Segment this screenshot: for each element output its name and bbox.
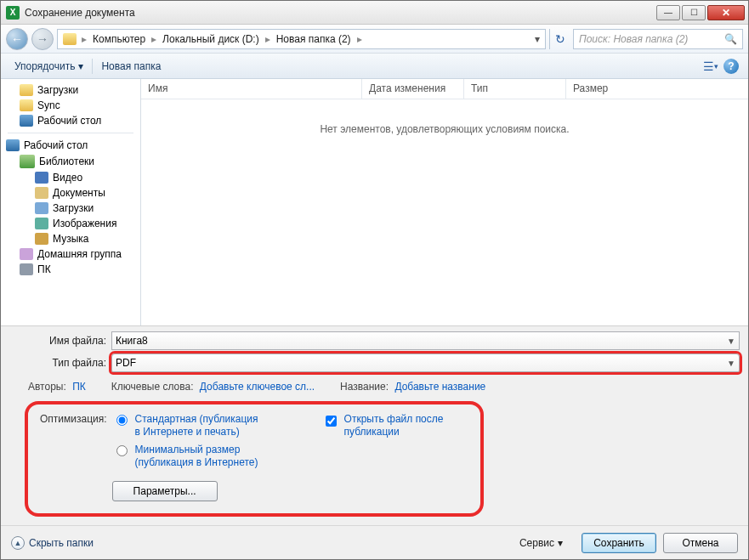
pc-icon: [20, 263, 33, 275]
save-form: Имя файла: Книга8 ▼ Тип файла: PDF ▼ Авт…: [1, 326, 748, 525]
chevron-down-icon[interactable]: ▼: [727, 359, 735, 368]
keywords-field[interactable]: Ключевые слова: Добавьте ключевое сл...: [111, 381, 315, 393]
tree-video[interactable]: Видео: [1, 170, 140, 185]
save-dialog: X Сохранение документа — ☐ ✕ ← → ▸ Компь…: [0, 0, 749, 560]
doc-title-add[interactable]: Добавьте название: [394, 381, 485, 393]
column-headers: Имя Дата изменения Тип Размер: [141, 79, 748, 99]
tree-fav-desktop[interactable]: Рабочий стол: [1, 113, 140, 128]
forward-button[interactable]: →: [31, 28, 54, 50]
navbar: ← → ▸ Компьютер ▸ Локальный диск (D:) ▸ …: [1, 25, 748, 54]
filename-value: Книга8: [116, 335, 148, 347]
chevron-down-icon: ▾: [78, 60, 83, 72]
radio-minimum[interactable]: [116, 445, 128, 456]
new-folder-button[interactable]: Новая папка: [94, 58, 167, 75]
opt-minimum-radio[interactable]: Минимальный размер (публикация в Интерне…: [112, 444, 263, 469]
toolbar: Упорядочить ▾ Новая папка ☰ ▾ ?: [1, 54, 748, 79]
filetype-select[interactable]: PDF ▼: [111, 354, 740, 372]
music-icon: [35, 233, 48, 245]
optimize-label: Оптимизация:: [40, 413, 112, 501]
tree-pictures[interactable]: Изображения: [1, 216, 140, 231]
close-button[interactable]: ✕: [707, 5, 745, 20]
minimize-button[interactable]: —: [656, 5, 680, 20]
crumb-computer[interactable]: Компьютер: [88, 33, 150, 45]
search-input[interactable]: Поиск: Новая папка (2) 🔍: [573, 29, 743, 49]
pictures-icon: [35, 218, 48, 229]
tree-downloads[interactable]: Загрузки: [1, 201, 140, 216]
titlebar: X Сохранение документа — ☐ ✕: [1, 1, 748, 25]
options-button[interactable]: Параметры...: [112, 481, 218, 501]
dropdown-icon[interactable]: ▾: [531, 33, 543, 45]
body: Загрузки Sync Рабочий стол Рабочий стол …: [1, 79, 748, 326]
folder-icon: [20, 84, 33, 96]
maximize-button[interactable]: ☐: [682, 5, 706, 20]
folder-icon: [63, 33, 77, 45]
tree-homegroup[interactable]: Домашняя группа: [1, 246, 140, 262]
empty-message: Нет элементов, удовлетворяющих условиям …: [141, 99, 748, 325]
radio-standard[interactable]: [116, 415, 128, 426]
documents-icon: [35, 187, 48, 199]
crumb-folder[interactable]: Новая папка (2): [272, 33, 355, 45]
filename-input[interactable]: Книга8 ▼: [111, 331, 740, 350]
save-button[interactable]: Сохранить: [582, 533, 656, 553]
opt-standard-text: Стандартная (публикация в Интернете и пе…: [135, 413, 263, 438]
nav-tree[interactable]: Загрузки Sync Рабочий стол Рабочий стол …: [1, 79, 141, 325]
col-name[interactable]: Имя: [141, 79, 362, 99]
view-mode-button[interactable]: ☰ ▾: [701, 57, 721, 76]
desktop-icon: [20, 115, 33, 127]
tree-libraries[interactable]: Библиотеки: [1, 153, 140, 170]
file-list: Имя Дата изменения Тип Размер Нет элемен…: [141, 79, 748, 325]
tree-desktop[interactable]: Рабочий стол: [1, 138, 140, 153]
libraries-icon: [20, 155, 35, 168]
opt-minimum-text: Минимальный размер (публикация в Интерне…: [135, 444, 263, 469]
search-icon: 🔍: [724, 33, 737, 45]
tree-pc[interactable]: ПК: [1, 262, 140, 277]
back-button[interactable]: ←: [6, 28, 28, 50]
chevron-up-icon: ▲: [11, 536, 25, 550]
chevron-right-icon: ▸: [80, 33, 88, 45]
col-type[interactable]: Тип: [464, 79, 566, 99]
keywords-add[interactable]: Добавьте ключевое сл...: [200, 381, 315, 393]
organize-menu[interactable]: Упорядочить ▾: [8, 58, 90, 75]
downloads-icon: [35, 202, 48, 214]
filename-label: Имя файла:: [9, 335, 111, 347]
tree-fav-sync[interactable]: Sync: [1, 98, 140, 113]
doc-title-label: Название:: [340, 381, 389, 393]
chevron-right-icon: ▸: [355, 33, 364, 45]
video-icon: [35, 172, 48, 184]
refresh-button[interactable]: ↻: [549, 29, 570, 49]
chevron-right-icon: ▸: [150, 33, 158, 45]
help-button[interactable]: ?: [721, 57, 741, 76]
crumb-disk[interactable]: Локальный диск (D:): [158, 33, 264, 45]
help-icon: ?: [723, 59, 739, 74]
col-size[interactable]: Размер: [566, 79, 748, 99]
authors-field[interactable]: Авторы: ПК: [28, 381, 86, 393]
keywords-label: Ключевые слова:: [111, 381, 194, 393]
search-placeholder: Поиск: Новая папка (2): [579, 33, 688, 45]
folder-icon: [20, 99, 33, 111]
footer: ▲ Скрыть папки Сервис ▾ Сохранить Отмена: [1, 525, 748, 559]
open-after-text: Открыть файл после публикации: [344, 413, 472, 438]
tree-fav-downloads[interactable]: Загрузки: [1, 82, 140, 98]
chevron-down-icon: ▾: [558, 537, 563, 549]
authors-value[interactable]: ПК: [72, 381, 86, 393]
filetype-value: PDF: [116, 357, 136, 369]
tree-documents[interactable]: Документы: [1, 185, 140, 201]
desktop-icon: [6, 139, 20, 151]
checkbox-open-after[interactable]: [326, 416, 337, 427]
title-field[interactable]: Название: Добавьте название: [340, 381, 485, 393]
chevron-down-icon[interactable]: ▼: [727, 337, 735, 346]
window-title: Сохранение документа: [25, 7, 655, 19]
tree-music[interactable]: Музыка: [1, 231, 140, 246]
breadcrumb[interactable]: ▸ Компьютер ▸ Локальный диск (D:) ▸ Нова…: [57, 29, 546, 49]
optimization-frame: Оптимизация: Стандартная (публикация в И…: [25, 401, 484, 517]
col-date[interactable]: Дата изменения: [362, 79, 464, 99]
separator: [92, 59, 93, 74]
open-after-checkbox[interactable]: Открыть файл после публикации: [322, 413, 472, 501]
excel-icon: X: [6, 6, 20, 20]
opt-standard-radio[interactable]: Стандартная (публикация в Интернете и пе…: [112, 413, 263, 438]
filetype-label: Тип файла:: [9, 357, 111, 369]
cancel-button[interactable]: Отмена: [663, 533, 738, 553]
hide-folders-button[interactable]: ▲ Скрыть папки: [11, 536, 94, 550]
tools-menu[interactable]: Сервис ▾: [519, 537, 563, 549]
homegroup-icon: [20, 248, 33, 260]
